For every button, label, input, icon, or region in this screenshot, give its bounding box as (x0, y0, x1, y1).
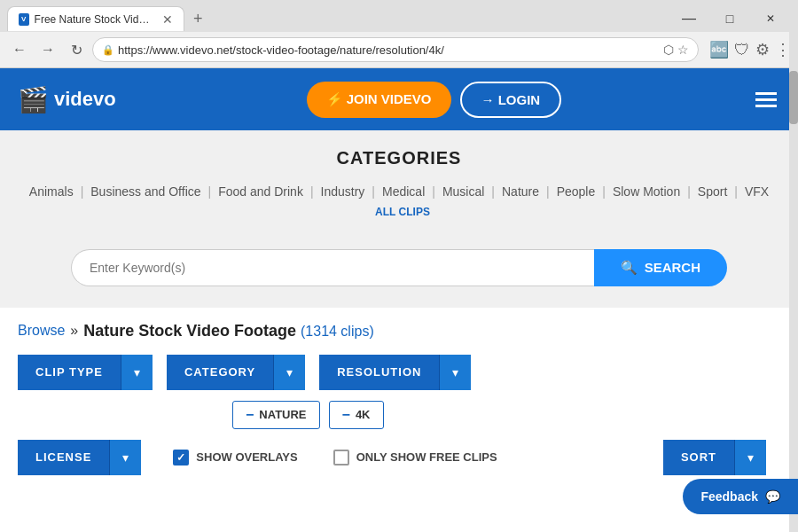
site-header: 🎬 videvo ⚡ JOIN VIDEVO → LOGIN (0, 68, 798, 130)
sep-2: | (205, 181, 215, 203)
4k-tag[interactable]: − 4K (329, 401, 384, 429)
categories-title: CATEGORIES (18, 148, 780, 168)
extension-icon-2[interactable]: 🛡 (734, 40, 750, 59)
search-input[interactable] (71, 249, 594, 286)
category-slow-motion[interactable]: Slow Motion (609, 181, 684, 203)
sep-8: | (598, 181, 609, 203)
show-overlays-toggle[interactable]: ✓ SHOW OVERLAYS (173, 450, 297, 466)
category-vfx[interactable]: VFX (741, 181, 772, 203)
main-content: Browse » Nature Stock Video Footage (131… (0, 308, 798, 489)
hamburger-menu-button[interactable] (752, 89, 780, 111)
tab-close-button[interactable]: ✕ (162, 12, 173, 27)
logo-text: videvo (54, 88, 116, 111)
categories-list: Animals | Business and Office | Food and… (18, 181, 780, 223)
browser-chrome: V Free Nature Stock Video Foota ✕ + — □ … (0, 0, 798, 68)
bookmark-icon[interactable]: ☆ (677, 43, 689, 57)
category-medical[interactable]: Medical (379, 181, 428, 203)
category-sport[interactable]: Sport (694, 181, 731, 203)
clip-count: (1314 clips) (301, 324, 374, 339)
logo[interactable]: 🎬 videvo (18, 85, 116, 114)
clip-type-chevron: ▾ (121, 355, 153, 390)
show-overlays-label: SHOW OVERLAYS (196, 450, 297, 464)
scrollbar-thumb[interactable] (789, 71, 798, 124)
sep-4: | (368, 181, 379, 203)
category-business-and-office[interactable]: Business and Office (87, 181, 204, 203)
category-nature[interactable]: Nature (498, 181, 543, 203)
nature-tag-remove-icon: − (246, 407, 254, 423)
join-button[interactable]: ⚡ JOIN VIDEVO (307, 82, 451, 118)
category-industry[interactable]: Industry (317, 181, 369, 203)
clip-type-filter: CLIP TYPE ▾ (18, 355, 153, 390)
new-tab-button[interactable]: + (188, 10, 208, 28)
extension-icon-1[interactable]: 🔤 (709, 40, 729, 59)
resolution-label: RESOLUTION (319, 355, 439, 389)
category-label: CATEGORY (167, 355, 273, 389)
show-overlays-checkbox[interactable]: ✓ (173, 450, 189, 466)
tab-title: Free Nature Stock Video Foota (35, 13, 155, 26)
sep-5: | (428, 181, 439, 203)
license-label: LICENSE (18, 440, 109, 474)
forward-button[interactable]: → (35, 37, 60, 62)
search-container: 🔍 SEARCH (71, 249, 727, 286)
sort-filter: SORT ▾ (663, 440, 766, 475)
resolution-chevron: ▾ (439, 355, 471, 390)
translate-icon[interactable]: ⬡ (663, 43, 674, 57)
sep-9: | (684, 181, 694, 203)
category-filter: CATEGORY ▾ (167, 355, 305, 390)
hamburger-line-3 (755, 105, 777, 107)
sort-button[interactable]: SORT ▾ (663, 440, 766, 475)
sort-label: SORT (663, 440, 734, 474)
logo-icon: 🎬 (18, 85, 49, 114)
category-food-and-drink[interactable]: Food and Drink (215, 181, 307, 203)
address-bar[interactable]: 🔒 https://www.videvo.net/stock-video-foo… (92, 37, 699, 62)
categories-section: CATEGORIES Animals | Business and Office… (0, 130, 798, 240)
scrollbar[interactable] (789, 0, 798, 489)
category-button[interactable]: CATEGORY ▾ (167, 355, 305, 390)
category-musical[interactable]: Musical (439, 181, 488, 203)
back-button[interactable]: ← (7, 37, 32, 62)
close-window-button[interactable]: ✕ (750, 4, 791, 33)
maximize-button[interactable]: □ (709, 4, 750, 33)
search-button-label: SEARCH (645, 260, 700, 275)
url-text: https://www.videvo.net/stock-video-foota… (118, 43, 656, 57)
4k-tag-remove-icon: − (342, 407, 350, 423)
clip-type-button[interactable]: CLIP TYPE ▾ (18, 355, 153, 390)
sep-10: | (731, 181, 741, 203)
tags-row: − NATURE − 4K (18, 401, 780, 429)
license-filter: LICENSE ▾ (18, 440, 141, 475)
all-clips-link[interactable]: ALL CLIPS (368, 203, 430, 223)
search-button[interactable]: 🔍 SEARCH (594, 249, 727, 286)
hamburger-line-2 (755, 98, 777, 101)
sep-6: | (488, 181, 498, 203)
extension-icon-3[interactable]: ⚙ (755, 40, 770, 59)
browser-nav: ← → ↻ 🔒 https://www.videvo.net/stock-vid… (0, 32, 798, 67)
clip-type-label: CLIP TYPE (18, 355, 121, 389)
header-center: ⚡ JOIN VIDEVO → LOGIN (116, 82, 752, 118)
filter-row-2: LICENSE ▾ ✓ SHOW OVERLAYS ONLY SHOW FREE… (18, 440, 780, 475)
free-clips-checkbox[interactable] (333, 450, 349, 466)
free-clips-label: ONLY SHOW FREE CLIPS (356, 450, 497, 464)
4k-tag-label: 4K (356, 408, 371, 421)
login-button[interactable]: → LOGIN (460, 82, 562, 118)
search-icon: 🔍 (621, 260, 638, 276)
minimize-button[interactable]: — (669, 4, 709, 33)
breadcrumb-separator: » (70, 323, 78, 339)
sort-chevron: ▾ (734, 440, 766, 475)
category-chevron: ▾ (273, 355, 305, 390)
free-clips-toggle[interactable]: ONLY SHOW FREE CLIPS (333, 450, 497, 466)
resolution-filter: RESOLUTION ▾ (319, 355, 471, 390)
page-title-text: Nature Stock Video Footage (83, 322, 296, 340)
resolution-button[interactable]: RESOLUTION ▾ (319, 355, 471, 390)
lock-icon: 🔒 (102, 44, 114, 56)
search-section: 🔍 SEARCH (0, 240, 798, 308)
license-button[interactable]: LICENSE ▾ (18, 440, 141, 475)
browser-tab[interactable]: V Free Nature Stock Video Foota ✕ (7, 6, 184, 31)
sep-7: | (543, 181, 553, 203)
nature-tag[interactable]: − NATURE (232, 401, 320, 429)
category-animals[interactable]: Animals (26, 181, 77, 203)
refresh-button[interactable]: ↻ (64, 37, 89, 62)
license-chevron: ▾ (109, 440, 141, 475)
breadcrumb-browse-link[interactable]: Browse (18, 323, 65, 339)
category-people[interactable]: People (553, 181, 599, 203)
feedback-button[interactable]: Feedback 💬 (683, 479, 798, 489)
